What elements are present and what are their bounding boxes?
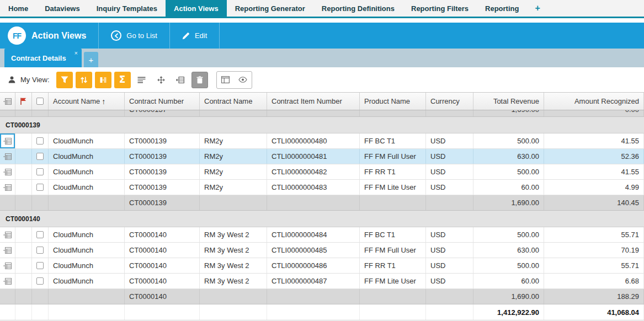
delete-button[interactable] <box>191 72 208 88</box>
checkbox-icon[interactable] <box>36 184 44 191</box>
row-checkbox[interactable] <box>32 180 49 195</box>
nav-item-reporting-generator[interactable]: Reporting Generator <box>227 0 313 17</box>
cell-currency <box>426 289 473 304</box>
row-detail-button[interactable] <box>0 274 15 288</box>
nav-item-home[interactable]: Home <box>0 0 36 17</box>
person-icon[interactable] <box>8 76 16 84</box>
cell-item-number: CTLI0000000481 <box>267 149 360 164</box>
nav-item-reporting-filters[interactable]: Reporting Filters <box>403 0 477 17</box>
grandtotal-row: 1,412,922.9041,068.04 <box>0 304 644 320</box>
divider <box>219 23 220 49</box>
group-columns-button[interactable] <box>95 72 111 88</box>
tab-contract-details[interactable]: Contract Details × <box>4 49 82 67</box>
cell-contract-number <box>125 304 200 320</box>
nav-item-reporting-definitions[interactable]: Reporting Definitions <box>313 0 403 17</box>
table-row[interactable]: CloudMunchCT0000140RM 3y West 2CTLI00000… <box>0 274 644 289</box>
table-row[interactable]: CloudMunchCT0000139RM2yCTLI0000000483FF … <box>0 180 644 195</box>
cell-account: CloudMunch <box>49 227 125 242</box>
checkbox-icon[interactable] <box>36 262 44 269</box>
app-logo: FF <box>8 26 26 45</box>
expand-button[interactable] <box>153 72 169 88</box>
cell-product: FF FM Lite User <box>360 180 426 195</box>
column-header-contract-item-number[interactable]: Contract Item Number <box>267 93 360 110</box>
row-checkbox[interactable] <box>32 243 49 258</box>
row-detail-button[interactable] <box>0 164 15 179</box>
column-label: Total Revenue <box>493 97 539 105</box>
column-header-currency[interactable]: Currency <box>426 93 473 110</box>
summarize-button[interactable]: Σ <box>114 72 131 88</box>
row-checkbox[interactable] <box>32 227 49 242</box>
table-row[interactable]: CloudMunchCT0000139RM2yCTLI0000000482FF … <box>0 164 644 180</box>
top-navigation: Home Dataviews Inquiry Templates Action … <box>0 0 644 18</box>
record-detail-icon <box>3 247 12 254</box>
record-detail-icon <box>3 169 12 175</box>
checkbox-icon[interactable] <box>36 231 44 238</box>
table-row[interactable]: CloudMunchCT0000139RM2yCTLI0000000480FF … <box>0 133 644 149</box>
preview-button[interactable] <box>235 73 251 87</box>
column-header-total-revenue[interactable]: Total Revenue <box>473 93 544 110</box>
checkbox-icon[interactable] <box>36 137 44 145</box>
nav-item-reporting[interactable]: Reporting <box>477 0 527 17</box>
column-label: Product Name <box>364 97 410 105</box>
row-detail-button[interactable] <box>0 227 15 242</box>
column-header-contract-number[interactable]: Contract Number <box>125 93 200 110</box>
column-header-product-name[interactable]: Product Name <box>360 93 426 110</box>
toolbar: My View: Σ <box>0 67 644 93</box>
row-detail-button[interactable] <box>0 243 15 258</box>
cell-contract-number: CT0000140 <box>125 258 200 273</box>
checkbox-icon[interactable] <box>36 153 44 160</box>
row-checkbox[interactable] <box>32 164 49 179</box>
column-header-contract-name[interactable]: Contract Name <box>200 93 267 110</box>
column-header-amount-recognized[interactable]: Amount Recognized <box>544 93 644 110</box>
column-header-account-name[interactable]: Account Name ↑ <box>49 93 125 110</box>
table-row[interactable]: CloudMunchCT0000140RM 3y West 2CTLI00000… <box>0 258 644 274</box>
row-detail-button[interactable] <box>0 133 15 148</box>
row-detail-button[interactable] <box>0 180 15 195</box>
nav-item-dataviews[interactable]: Dataviews <box>36 0 88 17</box>
header-detail-column <box>0 93 15 110</box>
cell-contract-number: CT0000139 <box>125 180 200 195</box>
flag-cell <box>15 133 32 148</box>
insert-record-button[interactable] <box>172 72 189 88</box>
select-all-checkbox[interactable] <box>32 93 49 110</box>
close-icon[interactable]: × <box>74 50 78 56</box>
table-row[interactable]: CloudMunchCT0000140RM 3y West 2CTLI00000… <box>0 243 644 258</box>
cell-total-revenue: 60.00 <box>473 180 544 195</box>
group-header-row: CT0000140 <box>0 211 644 227</box>
cell-amount-recognized: 41.55 <box>544 164 644 179</box>
nav-item-action-views[interactable]: Action Views <box>166 0 227 17</box>
table-row[interactable]: CloudMunchCT0000139RM2yCTLI0000000481FF … <box>0 149 644 164</box>
record-detail-icon <box>3 278 12 285</box>
row-detail-button[interactable] <box>0 149 15 164</box>
filter-button[interactable] <box>56 72 73 88</box>
checkbox-icon[interactable] <box>36 168 44 175</box>
cell-currency: USD <box>426 149 473 164</box>
cell-contract-number: CT0000137 <box>125 110 200 116</box>
table-row[interactable]: CloudMunchCT0000140RM 3y West 2CTLI00000… <box>0 227 644 243</box>
row-detail-button[interactable] <box>0 258 15 273</box>
icon-cell <box>0 304 15 320</box>
row-checkbox[interactable] <box>32 274 49 288</box>
sort-button[interactable] <box>76 72 92 88</box>
edit-button[interactable]: Edit <box>170 23 219 49</box>
flag-cell <box>15 227 32 242</box>
nav-add-button[interactable]: + <box>527 0 547 17</box>
add-tab-button[interactable]: + <box>84 52 98 67</box>
delete-icon <box>196 76 203 84</box>
row-checkbox[interactable] <box>32 133 49 148</box>
nav-item-inquiry-templates[interactable]: Inquiry Templates <box>88 0 166 17</box>
go-to-list-button[interactable]: Go to List <box>99 23 169 49</box>
checkbox-icon[interactable] <box>36 277 44 285</box>
row-height-button[interactable] <box>134 72 150 88</box>
header-flag-column[interactable] <box>15 93 32 110</box>
cell-amount-recognized: 55.71 <box>544 258 644 273</box>
form-view-button[interactable] <box>218 73 233 87</box>
cell-total-revenue: 500.00 <box>473 258 544 273</box>
row-checkbox[interactable] <box>32 149 49 164</box>
cell-total-revenue: 1,412,922.90 <box>473 304 544 320</box>
checkbox-icon[interactable] <box>36 247 44 254</box>
cell-contract-number: CT0000140 <box>125 227 200 242</box>
row-checkbox[interactable] <box>32 258 49 273</box>
cell-product: FF RR T1 <box>360 164 426 179</box>
cell-product: FF RR T1 <box>360 258 426 273</box>
